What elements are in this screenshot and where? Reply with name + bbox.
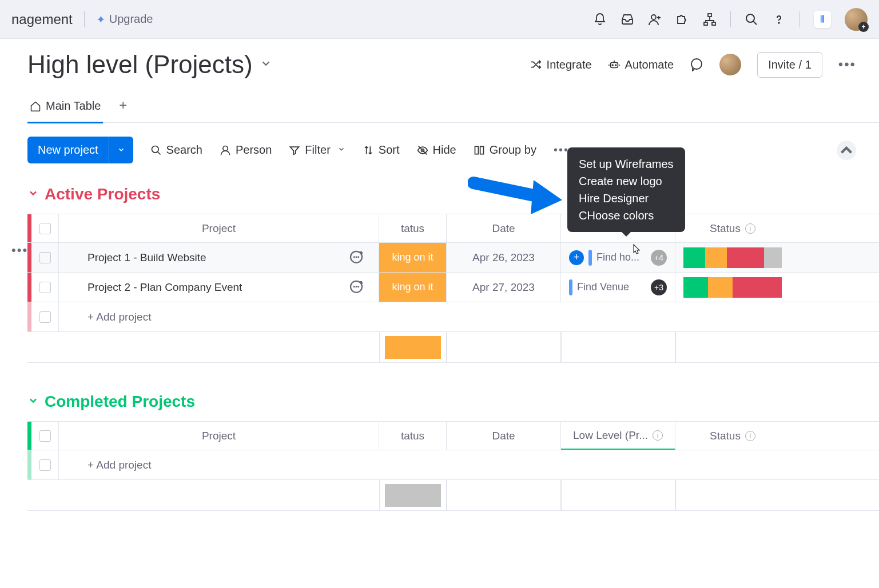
board-title[interactable]: High level (Projects) [27,50,253,79]
shuffle-icon [530,58,542,71]
chevron-down-icon[interactable] [337,145,345,155]
integrate-button[interactable]: Integrate [530,58,592,71]
svg-point-11 [223,146,228,150]
column-project[interactable]: Project [59,422,379,450]
group-active-projects: Active Projects Project tatus Date L Sta… [27,185,879,363]
avatar-plus-icon: + [858,22,869,32]
mini-bar [588,250,592,266]
info-icon[interactable]: i [653,430,663,441]
groupby-button[interactable]: Group by [474,143,536,157]
upgrade-button[interactable]: ✦ Upgrade [96,13,153,26]
group-completed-projects: Completed Projects Project tatus Date Lo… [27,393,879,511]
tab-main-table[interactable]: Main Table [27,95,103,123]
column-status-bar[interactable]: Statusi [675,422,790,450]
group-header[interactable]: Completed Projects [27,393,879,411]
person-filter-button[interactable]: Person [220,143,272,157]
lowlevel-cell[interactable]: + Find ho... +4 [561,243,675,272]
count-badge[interactable]: +4 [651,250,667,266]
eye-off-icon [417,145,428,156]
chat-icon[interactable] [690,58,703,71]
group-header[interactable]: Active Projects [27,185,879,203]
select-all-checkbox[interactable] [31,422,59,450]
upgrade-label: Upgrade [109,13,153,26]
board-owner-avatar[interactable] [719,54,741,75]
column-low-level[interactable]: Low Level (Pr...i [561,422,675,450]
more-tools-icon[interactable]: ••• [554,143,569,157]
add-project-label: + Add project [67,459,151,471]
info-icon[interactable]: i [745,431,755,441]
chevron-down-icon[interactable] [260,57,272,72]
annotation-arrow [468,166,571,225]
invite-person-icon[interactable] [648,13,662,26]
svg-point-4 [746,14,754,22]
add-project-row[interactable]: + Add project [27,302,879,332]
column-project[interactable]: Project [59,214,379,242]
user-avatar[interactable]: + [845,8,868,31]
puzzle-icon[interactable] [675,13,689,26]
date-cell[interactable]: Apr 26, 2023 [447,243,561,272]
inbox-icon[interactable] [621,13,634,26]
conversation-icon[interactable] [348,249,365,266]
row-menu-icon[interactable]: ••• [11,243,28,258]
add-subitem-icon[interactable]: + [569,250,584,265]
help-icon[interactable] [772,13,786,26]
search-icon[interactable] [745,13,758,26]
column-status[interactable]: tatus [379,214,447,242]
tab-label: Main Table [46,99,101,113]
row-checkbox[interactable] [31,450,59,479]
search-icon [150,145,162,156]
invite-button[interactable]: Invite / 1 [757,52,822,78]
status-cell[interactable]: king on it [379,273,447,302]
select-all-checkbox[interactable] [31,214,59,242]
group-color-bar [27,273,31,302]
summary-status [379,332,447,362]
summary-date [447,480,561,510]
summary-status [379,480,447,510]
column-status[interactable]: tatus [379,422,447,450]
group-title: Active Projects [45,185,160,203]
group-summary-row [27,480,879,511]
row-checkbox[interactable] [31,243,59,272]
chevron-down-icon[interactable] [109,137,133,163]
project-cell[interactable]: Project 2 - Plan Company Event [59,273,379,302]
filter-button[interactable]: Filter [289,143,330,157]
filter-icon [289,145,300,156]
row-checkbox[interactable] [31,302,59,331]
statusbar-cell[interactable] [675,273,790,302]
row-checkbox[interactable] [31,273,59,302]
date-cell[interactable]: Apr 27, 2023 [447,273,561,302]
sort-button[interactable]: Sort [363,143,400,157]
column-status-bar[interactable]: Statusi [675,214,790,242]
table-header-row: Project tatus Date Low Level (Pr...i Sta… [27,422,879,450]
app-logo[interactable]: ⦀ [814,11,831,28]
add-view-button[interactable]: + [119,97,127,120]
home-icon [30,101,41,112]
table-row: Project 2 - Plan Company Event king on i… [27,273,879,302]
info-icon[interactable]: i [745,223,755,234]
collapse-toolbar-button[interactable] [837,141,856,160]
more-options-icon[interactable]: ••• [838,57,856,73]
status-cell[interactable]: king on it [379,243,447,272]
new-project-button[interactable]: New project [27,137,133,163]
conversation-icon[interactable] [348,279,365,296]
summary-statusbar [675,480,790,510]
add-project-label: + Add project [67,311,151,323]
group-icon [474,145,485,156]
svg-rect-13 [475,146,478,154]
svg-rect-1 [708,14,711,17]
bell-icon[interactable] [593,13,607,26]
hide-button[interactable]: Hide [417,143,456,157]
column-date[interactable]: Date [447,422,561,450]
group-summary-row [27,332,879,363]
search-button[interactable]: Search [150,143,202,157]
sitemap-icon[interactable] [703,13,717,26]
add-project-row[interactable]: + Add project [27,450,879,480]
summary-date [447,332,561,362]
automate-button[interactable]: Automate [608,58,674,71]
project-cell[interactable]: Project 1 - Build Website [59,243,379,272]
subitems-tooltip: Set up Wireframes Create new logo Hire D… [567,147,685,232]
count-badge[interactable]: +3 [651,279,667,295]
statusbar-cell[interactable] [675,243,790,272]
group-color-bar [27,302,31,331]
lowlevel-cell[interactable]: Find Venue +3 [561,273,675,302]
